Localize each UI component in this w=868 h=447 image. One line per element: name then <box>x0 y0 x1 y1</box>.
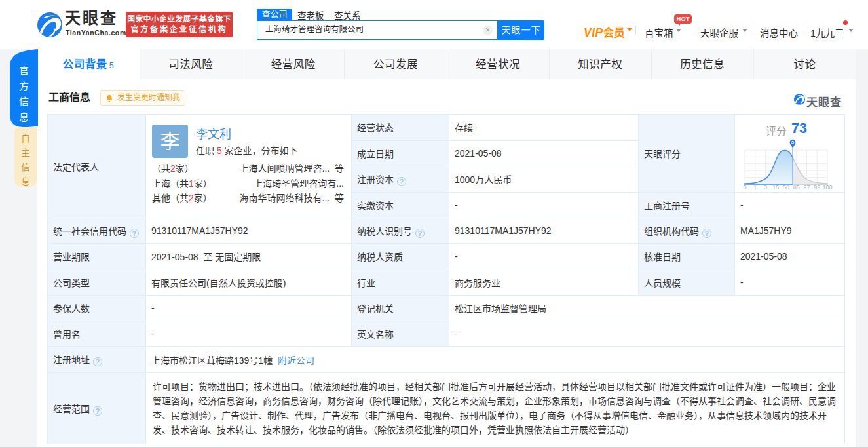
svg-text:15: 15 <box>772 184 779 191</box>
svg-text:99: 99 <box>814 184 820 191</box>
svg-text:100: 100 <box>822 184 832 191</box>
svg-text:1: 1 <box>753 184 757 191</box>
svg-text:0: 0 <box>743 184 746 191</box>
svg-text:50: 50 <box>783 184 789 191</box>
svg-text:85: 85 <box>793 184 800 191</box>
svg-text:97: 97 <box>803 184 810 191</box>
svg-text:3: 3 <box>764 184 767 191</box>
